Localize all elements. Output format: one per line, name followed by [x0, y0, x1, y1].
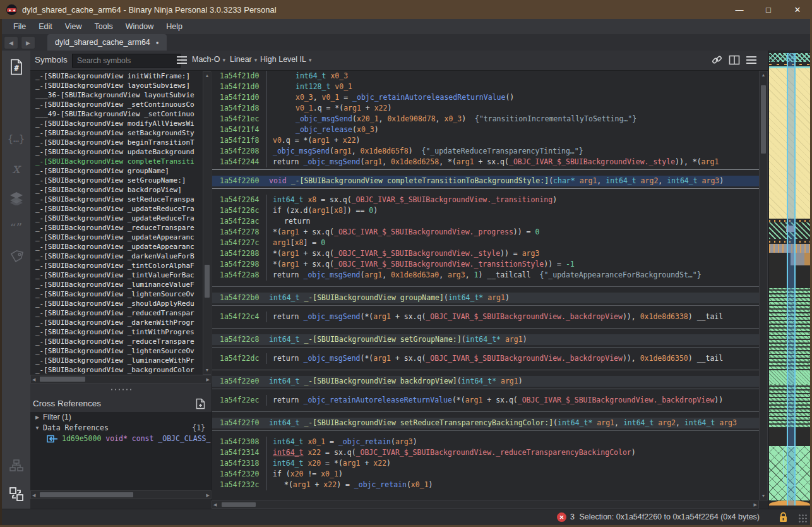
feature-map[interactable]	[769, 53, 810, 506]
xref-entry-row[interactable]: 1d69e5000 void* const _OBJC_CLASS_	[30, 433, 212, 444]
scrollbar-thumb[interactable]	[40, 377, 85, 382]
format-selector[interactable]: Mach-O▾	[192, 55, 225, 64]
symbol-item[interactable]: _-[SBUIBackgroundView modifyAllViewsWi	[30, 119, 203, 128]
tab-dyld-shared-cache[interactable]: dyld_shared_cache_arm64 ●	[47, 34, 167, 51]
panel-splitter[interactable]	[30, 384, 212, 396]
code-line[interactable]: 1a54f22a8return _objc_msgSend(arg1, 0x1d…	[212, 270, 759, 281]
splitter-handle[interactable]	[110, 389, 133, 391]
linear-hlil-view[interactable]: 1a54f21d0int64_t x0_31a54f21d0int128_t v…	[212, 71, 759, 500]
sidebar-item-mini-graph[interactable]	[2, 455, 30, 478]
symbol-item[interactable]: _-[SBUIBackgroundView _backgroundColor	[30, 365, 203, 375]
view-options-menu-icon[interactable]	[746, 56, 756, 64]
code-line[interactable]: 1a54f21d0int128_t v0_1	[212, 82, 759, 92]
code-line[interactable]: 1a54f21f4_objc_release(x0_3)	[212, 124, 759, 135]
code-line[interactable]: 1a54f21f8v0.q = *(arg1 + x22)	[212, 135, 759, 146]
sidebar-item-variables[interactable]: x	[2, 157, 30, 179]
resize-grip[interactable]	[799, 514, 808, 523]
code-line[interactable]: 1a54f21d0int64_t x0_3	[212, 71, 759, 82]
code-line[interactable]: 1a54f22dcreturn _objc_msgSend(*(arg1 + s…	[212, 353, 759, 364]
xref-tree[interactable]: ▶ Filter (1) ▼ Data References {1} 1d69e…	[30, 412, 212, 499]
scroll-left-icon[interactable]: ◀	[32, 377, 35, 383]
scrollbar-thumb[interactable]	[205, 265, 210, 298]
symbol-item[interactable]: _-[SBUIBackgroundView updateBackground	[30, 147, 203, 157]
symbol-item[interactable]: _-[SBUIBackgroundView _shouldApplyRedu	[30, 299, 203, 308]
minimize-button[interactable]: —	[725, 0, 754, 19]
lock-icon[interactable]	[779, 512, 787, 525]
code-line[interactable]: 1a54f22acreturn	[212, 216, 759, 227]
code-line[interactable]: 1a54f2244return _objc_msgSend(arg1, 0x1d…	[212, 157, 759, 167]
new-report-icon[interactable]	[196, 398, 205, 412]
menu-item-file[interactable]: File	[7, 20, 32, 33]
code-line[interactable]: 1a54f21d0x0_3, v0_1 = _objc_retainAutore…	[212, 92, 759, 103]
xref-group-row[interactable]: ▼ Data References {1}	[30, 423, 212, 433]
symbol-item[interactable]: _-[SBUIBackgroundView _luminanceWithPr	[30, 356, 203, 365]
code-line[interactable]: 1a54f22c4return _objc_msgSend(*(arg1 + s…	[212, 312, 759, 322]
menu-item-tools[interactable]: Tools	[88, 20, 119, 33]
il-selector[interactable]: High Level IL▾	[260, 55, 312, 64]
symbol-item[interactable]: _-[SBUIBackgroundView _updateAppearanc	[30, 242, 203, 251]
code-line[interactable]: 1a54f21ec_objc_msgSend(x20_1, 0x1de908d7…	[212, 114, 759, 124]
function-header-line[interactable]: 1a54f22c8int64_t _-[SBUIBackgroundView s…	[212, 334, 759, 345]
code-line[interactable]: 1a54f2298*(arg1 + sx.q(_OBJC_IVAR_$_SBUI…	[212, 259, 759, 270]
nav-back-button[interactable]: ◀	[4, 36, 18, 49]
function-header-line[interactable]: 1a54f22b0int64_t _-[SBUIBackgroundView g…	[212, 293, 759, 303]
xref-filter-row[interactable]: ▶ Filter (1)	[30, 412, 212, 423]
code-vertical-scrollbar[interactable]: ▲ ▼	[759, 71, 768, 500]
menu-item-window[interactable]: Window	[119, 20, 160, 33]
code-horizontal-scrollbar[interactable]: ◀ ▶	[212, 500, 759, 509]
symbols-vertical-scrollbar[interactable]: ▲ ▼	[203, 71, 212, 375]
symbol-item[interactable]: _-[SBUIBackgroundView layoutSubviews]	[30, 81, 203, 90]
search-input[interactable]	[72, 54, 181, 68]
code-line[interactable]: 1a54f2318int64_t x20 = *(arg1 + x22)	[212, 458, 759, 469]
code-line[interactable]: 1a54f2208_objc_msgSend(arg1, 0x1de8d65f8…	[212, 146, 759, 157]
code-line[interactable]: 1a54f2314int64_t x22 = sx.q(_OBJC_IVAR_$…	[212, 447, 759, 458]
symbol-item[interactable]: _-[SBUIBackgroundView _updateReduceTra	[30, 204, 203, 214]
symbols-horizontal-scrollbar[interactable]: ◀ ▶	[30, 375, 212, 384]
symbol-item[interactable]: _-[SBUIBackgroundView _reduceTranspare	[30, 223, 203, 233]
scroll-right-icon[interactable]: ▶	[206, 377, 210, 383]
scroll-left-icon[interactable]: ◀	[213, 502, 217, 508]
symbol-item[interactable]: _-[SBUIBackgroundView _reduceTranspare	[30, 337, 203, 346]
scrollbar-thumb[interactable]	[222, 502, 256, 507]
code-line[interactable]: 1a54f232c*(arg1 + x22) = _objc_retain(x0…	[212, 480, 759, 490]
symbol-item[interactable]: _-[SBUIBackgroundView groupName]	[30, 166, 203, 176]
scrollbar-thumb[interactable]	[40, 492, 133, 497]
function-header-selected[interactable]: 1a54f2260void _-[SBUIBackgroundView comp…	[212, 176, 759, 186]
sidebar-item-types[interactable]: {…}	[2, 128, 30, 150]
symbol-item[interactable]: _-[SBUIBackgroundView _lightenSourceOv	[30, 346, 203, 356]
symbol-item[interactable]: _-[SBUIBackgroundView _tintColorAlphaF	[30, 261, 203, 270]
symbol-item[interactable]: _-[SBUIBackgroundView backdropView]	[30, 185, 203, 195]
symbols-menu-icon[interactable]	[177, 56, 187, 64]
code-line[interactable]: 1a54f21d8v0_1.q = *(arg1 + x22)	[212, 103, 759, 114]
menu-item-view[interactable]: View	[59, 20, 88, 33]
error-icon[interactable]: ✕	[557, 512, 566, 522]
symbol-item[interactable]: _-[SBUIBackgroundView initWithFrame:]	[30, 71, 203, 81]
link-icon[interactable]	[712, 54, 722, 65]
titlebar[interactable]: dyld_shared_cache_arm64 - Binary Ninja P…	[0, 0, 812, 19]
symbol-item[interactable]: _-[SBUIBackgroundView setGroupName:]	[30, 176, 203, 185]
xref-horizontal-scrollbar[interactable]: ◀ ▶	[30, 490, 212, 499]
scroll-up-icon[interactable]: ▲	[203, 73, 211, 79]
code-line[interactable]: 1a54f227carg1[x8] = 0	[212, 238, 759, 248]
code-line[interactable]: 1a54f2264int64_t x8 = sx.q(_OBJC_IVAR_$_…	[212, 195, 759, 205]
scrollbar-thumb[interactable]	[761, 85, 766, 154]
symbol-item[interactable]: _-[SBUIBackgroundView _darkenWithProgr	[30, 318, 203, 327]
close-button[interactable]: ✕	[783, 0, 812, 19]
code-line[interactable]: 1a54f2288*(arg1 + sx.q(_OBJC_IVAR_$_SBUI…	[212, 248, 759, 259]
symbol-item[interactable]: _-[SBUIBackgroundView _reducedTranspar	[30, 308, 203, 318]
menu-item-help[interactable]: Help	[160, 20, 189, 33]
symbol-item[interactable]: ___49-[SBUIBackgroundView _setContinuo	[30, 109, 203, 119]
sidebar-item-stack[interactable]	[2, 187, 30, 210]
symbol-item[interactable]: _-[SBUIBackgroundView _updateAppearanc	[30, 233, 203, 242]
sidebar-item-strings[interactable]: “”	[2, 216, 30, 239]
symbol-item[interactable]: _-[SBUIBackgroundView setReduceTranspa	[30, 195, 203, 204]
code-line[interactable]: 1a54f226cif (zx.d(arg1[x8]) == 0)	[212, 205, 759, 216]
symbol-item[interactable]: _-[SBUIBackgroundView _luminanceValueF	[30, 280, 203, 289]
symbols-list[interactable]: _-[SBUIBackgroundView initWithFrame:]_-[…	[30, 71, 203, 375]
symbol-item[interactable]: _-[SBUIBackgroundView _lightenSourceOv	[30, 289, 203, 299]
symbol-item[interactable]: _-[SBUIBackgroundView _tintWithProgres	[30, 327, 203, 337]
symbol-item[interactable]: _-[SBUIBackgroundView _darkenValueForB	[30, 251, 203, 261]
symbol-item[interactable]: _-[SBUIBackgroundView completeTransiti	[30, 157, 203, 166]
scroll-left-icon[interactable]: ◀	[32, 492, 35, 499]
scroll-up-icon[interactable]: ▲	[760, 72, 767, 78]
